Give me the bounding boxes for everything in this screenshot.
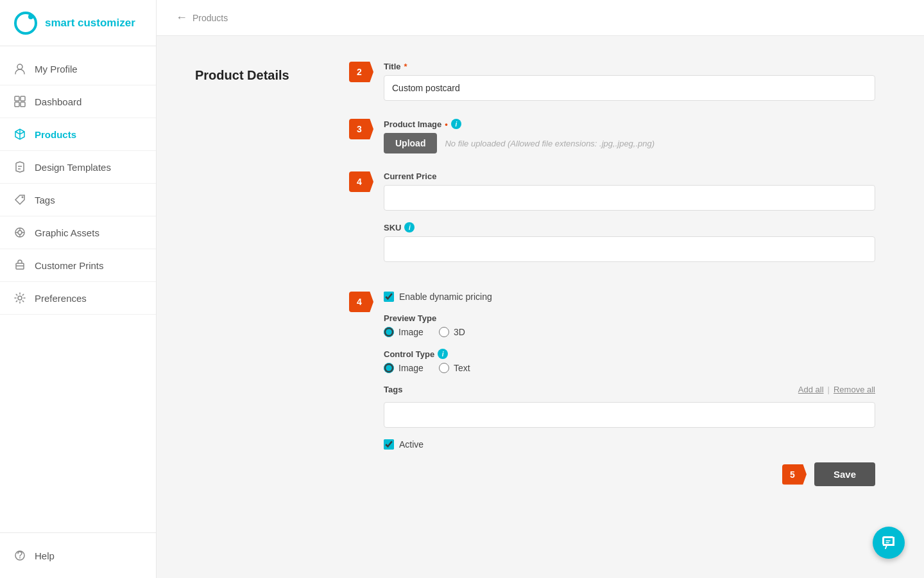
enable-dynamic-pricing-checkbox[interactable] <box>384 292 394 302</box>
active-label[interactable]: Active <box>399 439 424 450</box>
control-type-image-option[interactable]: Image <box>384 363 424 373</box>
svg-rect-5 <box>15 102 19 107</box>
active-checkbox[interactable] <box>384 439 394 450</box>
sidebar-item-tags[interactable]: Tags <box>0 184 156 216</box>
title-input[interactable] <box>384 75 875 101</box>
current-price-input[interactable] <box>384 185 875 211</box>
design-templates-icon <box>13 160 27 174</box>
profile-icon <box>13 62 27 76</box>
sidebar-item-design-templates[interactable]: Design Templates <box>0 151 156 184</box>
sidebar-nav: My Profile Dashboard Products <box>0 46 156 532</box>
tags-input[interactable] <box>384 402 875 428</box>
title-label: Title * <box>384 62 875 71</box>
save-button[interactable]: Save <box>814 462 875 486</box>
upload-button[interactable]: Upload <box>384 133 437 153</box>
preview-type-group: Image 3D <box>384 327 875 337</box>
dashboard-icon <box>13 94 27 109</box>
step-2-badge: 2 <box>349 62 373 82</box>
sidebar-label-tags: Tags <box>35 195 55 206</box>
svg-rect-6 <box>21 102 25 107</box>
enable-dynamic-pricing-row: Enable dynamic pricing <box>384 292 875 302</box>
topbar: ← Products <box>157 0 924 36</box>
sidebar-item-preferences[interactable]: Preferences <box>0 282 156 315</box>
sidebar-item-customer-prints[interactable]: Customer Prints <box>0 249 156 282</box>
sku-input[interactable] <box>384 236 875 262</box>
step-4-badge: 4 <box>349 171 373 192</box>
breadcrumb: ← Products <box>176 11 228 24</box>
preview-type-3d-option[interactable]: 3D <box>439 327 465 337</box>
enable-dynamic-pricing-label[interactable]: Enable dynamic pricing <box>399 292 492 302</box>
sidebar-item-products[interactable]: Products <box>0 118 156 151</box>
svg-point-9 <box>22 197 24 198</box>
add-all-link[interactable]: Add all <box>798 385 824 394</box>
sidebar-item-my-profile[interactable]: My Profile <box>0 53 156 85</box>
section-title: Product Details <box>195 62 311 552</box>
step-dynamic-pricing-row: 4 Enable dynamic pricing Preview Type Im… <box>349 292 875 486</box>
step-3-badge: 3 <box>349 119 373 139</box>
image-fields: Product Image • i Upload No file uploade… <box>384 119 875 153</box>
preferences-icon <box>13 291 27 305</box>
step-4b-badge: 4 <box>349 292 373 312</box>
product-image-info-icon[interactable]: i <box>451 119 461 129</box>
content-area: Product Details 2 Title * 3 Produc <box>157 36 924 578</box>
chat-icon <box>881 535 896 550</box>
sku-info-icon[interactable]: i <box>404 222 415 232</box>
chat-fab-button[interactable] <box>873 527 905 559</box>
app-name: smart customizer <box>45 17 135 30</box>
sidebar-label-dashboard: Dashboard <box>35 96 81 107</box>
customer-prints-icon <box>13 258 27 272</box>
sidebar-item-graphic-assets[interactable]: Graphic Assets <box>0 216 156 249</box>
dynamic-pricing-fields: Enable dynamic pricing Preview Type Imag… <box>384 292 875 486</box>
price-fields: Current Price SKU i <box>384 171 875 274</box>
sidebar-label-products: Products <box>35 129 76 140</box>
control-type-image-radio[interactable] <box>384 363 394 373</box>
upload-row: Upload No file uploaded (Allowed file ex… <box>384 133 875 153</box>
main-content: ← Products Product Details 2 Title * 3 <box>157 0 924 578</box>
control-type-text-option[interactable]: Text <box>439 363 470 373</box>
sidebar-label-design-templates: Design Templates <box>35 162 111 173</box>
control-type-group: Image Text <box>384 363 875 373</box>
step-price-row: 4 Current Price SKU i <box>349 171 875 274</box>
active-row: Active <box>384 439 875 450</box>
upload-hint: No file uploaded (Allowed file extension… <box>445 139 654 148</box>
preview-type-image-radio[interactable] <box>384 327 394 337</box>
tags-header: Tags Add all | Remove all <box>384 385 875 394</box>
step-5-badge: 5 <box>782 464 807 485</box>
svg-point-1 <box>28 14 33 19</box>
svg-rect-4 <box>21 96 25 101</box>
svg-rect-3 <box>15 96 19 101</box>
control-type-text-radio[interactable] <box>439 363 449 373</box>
logo-area: smart customizer <box>0 0 156 46</box>
sidebar-label-customer-prints: Customer Prints <box>35 260 104 271</box>
svg-point-18 <box>18 296 22 300</box>
tags-actions: Add all | Remove all <box>798 385 875 394</box>
sidebar-item-dashboard[interactable]: Dashboard <box>0 85 156 118</box>
sidebar-label-help: Help <box>35 550 55 561</box>
sidebar-label-my-profile: My Profile <box>35 64 78 74</box>
control-type-label: Control Type i <box>384 349 875 359</box>
sidebar-item-help[interactable]: Help <box>13 542 143 569</box>
preview-type-label: Preview Type <box>384 313 875 323</box>
sku-label: SKU i <box>384 222 875 232</box>
breadcrumb-products[interactable]: Products <box>193 13 228 23</box>
svg-point-11 <box>18 231 22 234</box>
back-arrow-icon[interactable]: ← <box>176 11 187 24</box>
app-logo-icon <box>13 10 38 36</box>
title-required-star: * <box>404 62 407 71</box>
help-icon <box>13 548 27 563</box>
form-panel: 2 Title * 3 Product Image • i <box>349 62 875 552</box>
control-type-info-icon[interactable]: i <box>438 349 448 359</box>
step-image-row: 3 Product Image • i Upload No file uploa… <box>349 119 875 153</box>
remove-all-link[interactable]: Remove all <box>834 385 875 394</box>
step-title-row: 2 Title * <box>349 62 875 101</box>
sidebar-label-preferences: Preferences <box>35 293 87 304</box>
tags-field-label: Tags <box>384 385 402 394</box>
title-fields: Title * <box>384 62 875 101</box>
products-icon <box>13 127 27 141</box>
current-price-label: Current Price <box>384 171 875 181</box>
sidebar-footer[interactable]: Help <box>0 532 156 578</box>
preview-type-3d-radio[interactable] <box>439 327 449 337</box>
tags-icon <box>13 193 27 207</box>
svg-point-2 <box>17 64 22 69</box>
preview-type-image-option[interactable]: Image <box>384 327 424 337</box>
